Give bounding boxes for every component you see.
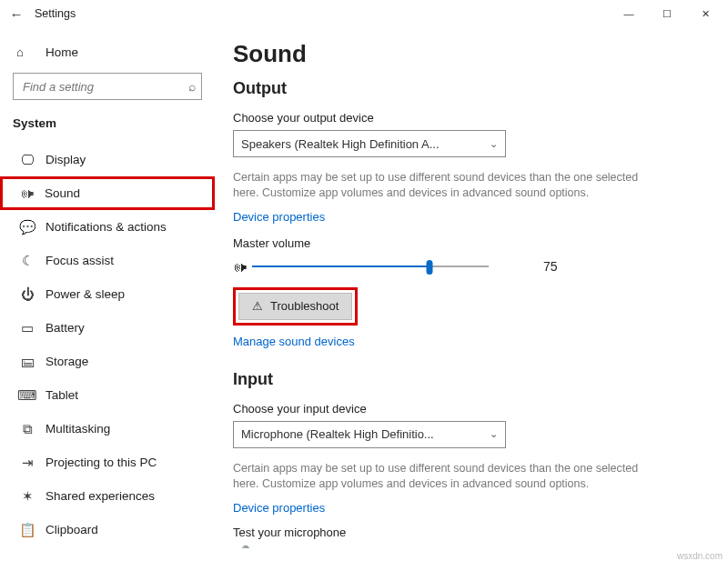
sidebar-item-label: Notifications & actions xyxy=(46,220,167,234)
sidebar-item-label: Tablet xyxy=(46,388,78,402)
output-device-select[interactable]: Speakers (Realtek High Definition A... ⌄ xyxy=(233,130,506,157)
sidebar-item-clipboard[interactable]: 📋 Clipboard xyxy=(13,513,202,546)
master-volume-label: Master volume xyxy=(233,236,717,250)
storage-icon: 🖴 xyxy=(16,354,38,369)
chevron-down-icon: ⌄ xyxy=(490,138,498,150)
sidebar-item-label: Shared experiences xyxy=(46,489,155,503)
sidebar-item-label: Clipboard xyxy=(46,523,98,536)
sound-icon: 🕪 xyxy=(15,185,37,201)
multitasking-icon: ⧉ xyxy=(16,421,38,437)
maximize-button[interactable]: ☐ xyxy=(648,1,686,26)
shared-icon: ✶ xyxy=(16,488,38,505)
sidebar-item-label: Focus assist xyxy=(46,254,114,267)
volume-icon: 🕪 xyxy=(233,259,247,275)
output-note: Certain apps may be set up to use differ… xyxy=(233,170,661,201)
output-device-selected: Speakers (Realtek High Definition A... xyxy=(241,137,490,151)
sidebar-item-tablet[interactable]: ⌨ Tablet xyxy=(13,378,202,412)
sidebar-item-label: Battery xyxy=(46,321,85,335)
display-icon: 🖵 xyxy=(16,152,38,167)
sidebar-item-display[interactable]: 🖵 Display xyxy=(13,143,202,176)
test-mic-label: Test your microphone xyxy=(233,526,717,539)
minimize-button[interactable]: — xyxy=(610,1,648,26)
tablet-icon: ⌨ xyxy=(16,387,38,404)
troubleshoot-label: Troubleshoot xyxy=(270,299,339,313)
notifications-icon: 💬 xyxy=(16,219,38,235)
sidebar-item-label: Projecting to this PC xyxy=(46,456,157,469)
sidebar-item-focus-assist[interactable]: ☾ Focus assist xyxy=(13,244,202,277)
sidebar-item-projecting[interactable]: ⇥ Projecting to this PC xyxy=(13,446,202,479)
input-choose-label: Choose your input device xyxy=(233,402,717,416)
master-volume-value: 75 xyxy=(543,259,558,274)
search-input[interactable] xyxy=(21,79,188,95)
sidebar-item-storage[interactable]: 🖴 Storage xyxy=(13,345,202,378)
sidebar-item-battery[interactable]: ▭ Battery xyxy=(13,311,202,345)
clipboard-icon: 📋 xyxy=(16,522,38,538)
output-choose-label: Choose your output device xyxy=(233,111,717,125)
input-device-properties-link[interactable]: Device properties xyxy=(233,501,325,515)
close-button[interactable]: ✕ xyxy=(686,1,724,26)
power-icon: ⏻ xyxy=(16,286,38,302)
home-label: Home xyxy=(46,45,78,59)
chevron-down-icon: ⌄ xyxy=(490,428,498,440)
search-box[interactable]: ⌕ xyxy=(13,73,202,100)
sidebar-item-label: Power & sleep xyxy=(46,287,125,301)
sidebar-item-label: Storage xyxy=(46,355,88,368)
highlight-box: ⚠ Troubleshoot xyxy=(233,287,358,326)
projecting-icon: ⇥ xyxy=(16,455,38,471)
home-nav[interactable]: ⌂ Home xyxy=(13,36,202,67)
warning-icon: ⚠ xyxy=(252,299,263,313)
sidebar-item-label: Multitasking xyxy=(46,422,110,436)
battery-icon: ▭ xyxy=(16,320,38,336)
input-device-select[interactable]: Microphone (Realtek High Definitio... ⌄ xyxy=(233,421,506,448)
sidebar-item-notifications[interactable]: 💬 Notifications & actions xyxy=(13,210,202,244)
search-icon: ⌕ xyxy=(188,79,196,94)
input-section-title: Input xyxy=(233,370,717,389)
sidebar-item-label: Sound xyxy=(45,186,80,200)
category-header: System xyxy=(13,116,202,130)
sidebar-item-multitasking[interactable]: ⧉ Multitasking xyxy=(13,412,202,446)
sidebar-item-shared-exp[interactable]: ✶ Shared experiences xyxy=(13,479,202,513)
master-volume-slider[interactable] xyxy=(252,259,489,274)
sidebar-item-label: Display xyxy=(46,153,86,166)
sidebar-item-sound[interactable]: 🕪 Sound xyxy=(0,176,215,210)
output-section-title: Output xyxy=(233,79,717,98)
back-button[interactable]: ← xyxy=(4,1,29,26)
window-title: Settings xyxy=(29,7,76,20)
page-title: Sound xyxy=(233,40,717,68)
footer-watermark: wsxdn.com xyxy=(677,551,723,561)
manage-sound-devices-link[interactable]: Manage sound devices xyxy=(233,335,355,348)
focus-icon: ☾ xyxy=(16,253,38,269)
input-device-selected: Microphone (Realtek High Definitio... xyxy=(241,427,490,441)
troubleshoot-button[interactable]: ⚠ Troubleshoot xyxy=(238,293,352,320)
output-device-properties-link[interactable]: Device properties xyxy=(233,210,325,224)
sidebar-item-power-sleep[interactable]: ⏻ Power & sleep xyxy=(13,277,202,311)
microphone-icon: 🎤 xyxy=(233,545,250,549)
input-note: Certain apps may be set up to use differ… xyxy=(233,461,661,492)
home-icon: ⌂ xyxy=(16,45,38,59)
